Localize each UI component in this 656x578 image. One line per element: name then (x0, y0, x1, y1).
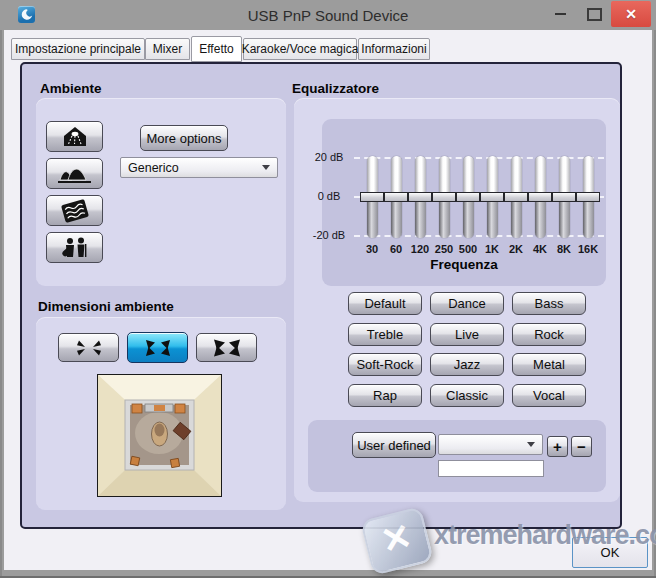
preset-metal-button[interactable]: Metal (512, 353, 586, 376)
environment-select[interactable]: Generico (120, 157, 278, 178)
maximize-button[interactable] (580, 1, 608, 27)
eq-slider-handle-2K[interactable] (504, 192, 528, 202)
underwater-icon (53, 199, 97, 223)
maximize-icon (587, 8, 602, 21)
tab-impostazione-principale[interactable]: Impostazione principale (11, 38, 145, 60)
tab-effetto[interactable]: Effetto (191, 36, 242, 62)
eq-slider-handle-60[interactable] (384, 192, 408, 202)
eq-slider-handle-500[interactable] (456, 192, 480, 202)
remove-preset-button[interactable]: − (571, 436, 592, 457)
db-label-plus20: 20 dB (306, 151, 352, 163)
room-size-large-button[interactable] (196, 333, 257, 362)
chevron-down-icon (262, 165, 270, 170)
equalizer-heading: Equalizzatore (292, 81, 379, 96)
preset-live-button[interactable]: Live (430, 323, 504, 346)
eq-slider-handle-4K[interactable] (528, 192, 552, 202)
wave-swirl-icon (18, 6, 35, 23)
bathroom-icon (53, 125, 97, 149)
minimize-icon (555, 13, 566, 15)
preset-treble-button[interactable]: Treble (348, 323, 422, 346)
app-icon (18, 6, 35, 23)
ok-button[interactable]: OK (572, 537, 648, 568)
arrows-outward-large-icon (209, 339, 245, 357)
room-size-heading: Dimensioni ambiente (38, 299, 174, 314)
user-preset-select[interactable] (438, 434, 543, 455)
eq-slider-handle-30[interactable] (360, 192, 384, 202)
preset-rap-button[interactable]: Rap (348, 384, 422, 407)
eq-slider-handle-8K[interactable] (552, 192, 576, 202)
preset-vocal-button[interactable]: Vocal (512, 384, 586, 407)
stage-duet-icon (53, 236, 97, 260)
tab-informazioni[interactable]: Informazioni (358, 38, 430, 60)
tab-karaoke-voce-magica[interactable]: Karaoke/Voce magica (243, 38, 357, 60)
room-preview-image (97, 374, 222, 497)
chevron-down-icon (527, 442, 535, 447)
room-size-medium-button[interactable] (127, 332, 188, 363)
environment-select-value: Generico (128, 161, 179, 175)
arrows-inward-small-icon (71, 339, 107, 357)
eq-slider-handle-250[interactable] (432, 192, 456, 202)
preset-bass-button[interactable]: Bass (512, 292, 586, 315)
tab-mixer[interactable]: Mixer (145, 38, 190, 60)
ambiente-heading: Ambiente (40, 81, 102, 96)
freq-label-16K: 16K (572, 243, 604, 255)
close-icon: ✕ (625, 6, 637, 22)
arrows-outward-medium-icon (140, 339, 176, 357)
preset-jazz-button[interactable]: Jazz (430, 353, 504, 376)
add-preset-button[interactable]: + (547, 436, 568, 457)
concert-hall-icon (53, 162, 97, 186)
preset-dance-button[interactable]: Dance (430, 292, 504, 315)
user-defined-button[interactable]: User defined (352, 432, 436, 458)
preset-default-button[interactable]: Default (348, 292, 422, 315)
environment-bathroom-button[interactable] (46, 121, 103, 152)
close-button[interactable]: ✕ (611, 1, 651, 27)
environment-concert-hall-button[interactable] (46, 158, 103, 189)
more-options-button[interactable]: More options (140, 125, 228, 151)
db-label-zero: 0 dB (306, 190, 352, 202)
eq-slider-handle-120[interactable] (408, 192, 432, 202)
preset-soft-rock-button[interactable]: Soft-Rock (348, 353, 422, 376)
eq-slider-handle-16K[interactable] (576, 192, 600, 202)
db-label-minus20: -20 dB (306, 229, 352, 241)
titlebar: USB PnP Sound Device ✕ (0, 0, 656, 30)
preset-rock-button[interactable]: Rock (512, 323, 586, 346)
user-preset-name-input[interactable] (438, 460, 544, 477)
environment-stage-button[interactable] (46, 232, 103, 263)
environment-underwater-button[interactable] (46, 195, 103, 226)
sound-device-window: USB PnP Sound Device ✕ Impostazione prin… (0, 0, 656, 578)
minimize-button[interactable] (546, 1, 574, 27)
frequency-axis-label: Frequenza (322, 257, 606, 272)
room-size-small-button[interactable] (58, 333, 119, 362)
eq-slider-handle-1K[interactable] (480, 192, 504, 202)
preset-classic-button[interactable]: Classic (430, 384, 504, 407)
